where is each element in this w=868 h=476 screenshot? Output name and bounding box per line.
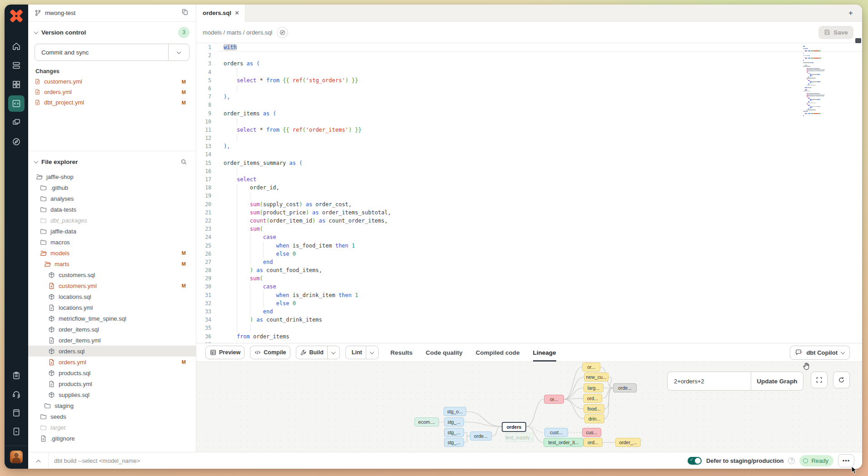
panel-tab-lineage[interactable]: Lineage	[533, 343, 556, 362]
tree-item-orders-sql[interactable]: orders.sql	[35, 346, 190, 357]
tree-item-order-items-sql[interactable]: order_items.sql	[35, 324, 190, 335]
file-search-icon[interactable]	[178, 156, 190, 168]
dbt-copilot-button[interactable]: dbt Copilot	[790, 346, 850, 360]
lint-button[interactable]: Lint	[345, 346, 379, 359]
tree-item-orders-yml[interactable]: orders.ymlM	[35, 357, 190, 367]
tree-item-metricflow-time-spine-sql[interactable]: metricflow_time_spine.sql	[35, 313, 190, 324]
lineage-node-food[interactable]: food...	[584, 404, 604, 413]
tree-item-macros[interactable]: macros	[35, 237, 190, 248]
changes-label: Changes	[35, 68, 190, 74]
tree-item-products-sql[interactable]: products.sql	[35, 367, 190, 378]
lineage-selector-input[interactable]: 2+orders+2	[668, 372, 751, 390]
code-line: 6	[196, 84, 862, 93]
lineage-node-ory[interactable]: or...	[582, 362, 600, 372]
support-headset-icon[interactable]	[8, 386, 25, 402]
dbt-logo-icon[interactable]	[10, 9, 23, 23]
lineage-node-ordeb[interactable]: orde...	[470, 431, 492, 441]
lineage-node-larg[interactable]: larg...	[584, 383, 604, 392]
tree-item-supplies-sql[interactable]: supplies.sql	[35, 389, 190, 400]
open-in-explorer-icon[interactable]	[277, 27, 288, 38]
editor-scrollbar-thumb[interactable]	[855, 38, 861, 43]
tree-item-data-tests[interactable]: data-tests	[35, 204, 190, 215]
tree-item-order-items-yml[interactable]: order_items.yml	[35, 335, 190, 346]
ready-status-badge[interactable]: Ready	[799, 455, 833, 466]
code-editor[interactable]: 1with23orders as (45 select * from {{ re…	[196, 43, 862, 343]
tree-item-products-yml[interactable]: products.yml	[35, 378, 190, 389]
changed-file-row[interactable]: dbt_project.ymlM	[35, 97, 190, 108]
lineage-node-cust[interactable]: cust...	[544, 428, 568, 437]
close-tab-icon[interactable]: ✕	[234, 10, 239, 16]
develop-code-icon[interactable]	[8, 95, 25, 112]
notebook-icon[interactable]	[8, 423, 25, 440]
expand-command-bar-icon[interactable]	[28, 452, 49, 469]
lineage-node-ordy1[interactable]: ord...	[583, 394, 602, 403]
refresh-graph-button[interactable]	[833, 372, 850, 388]
update-graph-button[interactable]: Update Graph	[751, 372, 803, 390]
tab-orders-sql[interactable]: orders.sql ✕	[196, 5, 245, 21]
tree-item-customers-sql[interactable]: customers.sql	[35, 269, 190, 280]
lineage-node-stg1[interactable]: stg_o...	[444, 407, 466, 416]
panel-tab-code-quality[interactable]: Code quality	[426, 343, 463, 362]
lineage-node-ordery3[interactable]: order_...	[615, 438, 641, 447]
clipboard-icon[interactable]	[8, 367, 25, 384]
changed-file-row[interactable]: orders.ymlM	[35, 87, 190, 97]
more-options-button[interactable]: •••	[838, 454, 854, 467]
lineage-panel[interactable]: ecom....stg_o...stg_...stg_...stg_...ord…	[196, 362, 862, 452]
lineage-node-testsup[interactable]: test_supply...	[505, 433, 534, 442]
lineage-node-stg4[interactable]: stg_...	[444, 438, 464, 447]
lineage-node-orders[interactable]: orders	[502, 422, 526, 432]
info-icon[interactable]: ?	[788, 457, 795, 464]
preview-button[interactable]: Preview	[205, 346, 244, 359]
line-number: 22	[196, 217, 218, 225]
tree-item-marts[interactable]: martsM	[35, 258, 190, 269]
panel-tab-compiled-code[interactable]: Compiled code	[476, 343, 520, 362]
lineage-node-testoi[interactable]: test_order_it...	[544, 438, 584, 447]
tree-item-target[interactable]: target	[35, 422, 190, 433]
copy-branch-icon[interactable]	[182, 9, 189, 17]
tree-item--gitignore[interactable]: .gitignore	[35, 433, 190, 444]
lineage-node-stg3[interactable]: stg_...	[444, 428, 464, 437]
command-placeholder[interactable]: dbt build --select <model_name>	[54, 457, 140, 464]
tree-item-staging[interactable]: staging	[35, 400, 190, 411]
apps-grid-icon[interactable]	[8, 76, 25, 93]
compile-button[interactable]: Compile	[250, 346, 290, 359]
defer-toggle[interactable]	[688, 457, 702, 465]
chevron-down-icon[interactable]	[35, 30, 38, 35]
lineage-node-newcu[interactable]: new_cu...	[584, 372, 609, 382]
lineage-node-drin[interactable]: drin...	[584, 414, 604, 423]
fullscreen-button[interactable]	[811, 372, 828, 388]
button-label: Build	[307, 349, 327, 356]
tree-item-locations-yml[interactable]: locations.yml	[35, 302, 190, 313]
new-tab-button[interactable]: +	[848, 9, 853, 18]
lineage-node-cuspink[interactable]: cus...	[582, 428, 601, 437]
lint-options-caret[interactable]	[366, 346, 378, 359]
build-options-caret[interactable]	[327, 346, 339, 359]
tree-item-customers-yml[interactable]: customers.ymlM	[35, 280, 190, 291]
lineage-node-ordy2[interactable]: ord...	[584, 438, 603, 447]
tree-item-dbt-packages[interactable]: dbt_packages	[35, 215, 190, 226]
commit-options-caret[interactable]	[168, 44, 189, 60]
docs-book-icon[interactable]	[8, 405, 25, 421]
tree-item-locations-sql[interactable]: locations.sql	[35, 291, 190, 302]
tree-item-jaffle-data[interactable]: jaffle-data	[35, 226, 190, 237]
panel-tab-results[interactable]: Results	[390, 343, 413, 362]
lineage-node-ecom[interactable]: ecom....	[414, 417, 439, 426]
build-button[interactable]: Build	[296, 346, 340, 359]
chevron-down-icon[interactable]	[35, 159, 38, 164]
user-avatar[interactable]	[10, 451, 23, 463]
explore-compass-icon[interactable]	[8, 134, 25, 150]
tree-item--github[interactable]: .github	[35, 182, 190, 193]
tree-item-jaffle-shop[interactable]: jaffle-shop	[35, 171, 190, 182]
tree-item-models[interactable]: modelsM	[35, 248, 190, 258]
environments-icon[interactable]	[8, 57, 25, 74]
lineage-node-stg2[interactable]: stg_...	[444, 417, 464, 426]
projects-icon[interactable]	[8, 114, 25, 131]
home-icon[interactable]	[8, 38, 25, 55]
lineage-node-ordeg[interactable]: orde...	[613, 383, 637, 392]
save-button[interactable]: Save	[818, 26, 853, 39]
lineage-node-orp[interactable]: or...	[544, 395, 564, 404]
tree-item-seeds[interactable]: seeds	[35, 411, 190, 422]
changed-file-row[interactable]: customers.ymlM	[35, 76, 190, 87]
commit-and-sync-button[interactable]: Commit and sync	[35, 44, 190, 61]
tree-item-analyses[interactable]: analyses	[35, 193, 190, 204]
